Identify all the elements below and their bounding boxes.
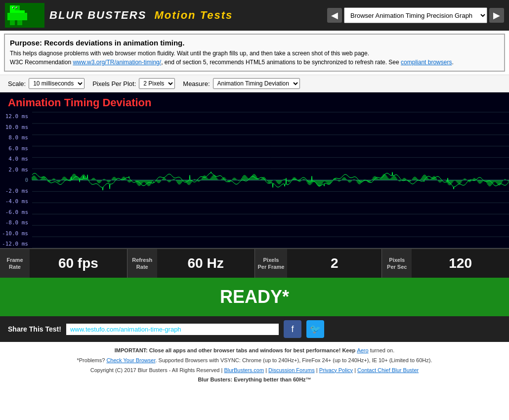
svg-rect-6 (17, 20, 22, 25)
footer: IMPORTANT: Close all apps and other brow… (0, 342, 509, 389)
purpose-line1: This helps diagnose problems with web br… (10, 50, 369, 57)
privacy-link[interactable]: Privacy Policy (319, 367, 353, 373)
site-tagline: Motion Tests (154, 9, 233, 21)
nav-next-button[interactable]: ▶ (489, 8, 504, 23)
purpose-line2-suffix: , end of section 5, recommends HTML5 ani… (161, 59, 401, 66)
scale-label: Scale: (8, 80, 26, 87)
refresh-rate-block: RefreshRate 60 Hz (127, 249, 255, 278)
svg-rect-4 (7, 13, 27, 20)
facebook-share-button[interactable]: f (284, 320, 301, 338)
share-bar: Share This Test! f 🐦 (0, 316, 509, 342)
discussion-link[interactable]: Discussion Forums (268, 367, 315, 373)
ready-button[interactable]: READY* (0, 278, 509, 316)
purpose-title: Purpose: Records deviations in animation… (10, 39, 499, 47)
measure-control: Measure: Animation Timing Deviation Fram… (183, 78, 299, 89)
svg-rect-10 (16, 7, 17, 8)
refresh-rate-label: RefreshRate (127, 249, 157, 278)
svg-rect-5 (10, 20, 15, 25)
twitter-share-button[interactable]: 🐦 (306, 320, 324, 338)
blurbusters-link[interactable]: BlurBusters.com (224, 367, 264, 373)
site-title: BLUR BUSTERS Motion Tests (49, 9, 233, 22)
waveform-canvas (0, 92, 509, 248)
contact-link[interactable]: Contact Chief Blur Buster (357, 367, 419, 373)
nav-area: ◀ Browser Animation Timing Precision Gra… (327, 7, 504, 23)
page-select[interactable]: Browser Animation Timing Precision Graph… (344, 7, 487, 23)
important-text: IMPORTANT: Close all apps and other brow… (115, 347, 357, 353)
purpose-line2-end: . (452, 59, 453, 66)
scale-select[interactable]: 10 milliseconds 5 milliseconds 20 millis… (29, 78, 85, 89)
problems-suffix: . Supported Browsers with VSYNC: Chrome … (155, 357, 432, 363)
w3c-link[interactable]: www.w3.org/TR/animation-timing/ (73, 59, 161, 66)
purpose-box: Purpose: Records deviations in animation… (4, 34, 505, 72)
purpose-text: This helps diagnose problems with web br… (10, 49, 499, 67)
frame-rate-block: FrameRate 60 fps (0, 249, 127, 278)
aero-suffix: turned on. (369, 347, 395, 353)
share-label: Share This Test! (8, 325, 61, 333)
share-url-input[interactable] (66, 324, 279, 335)
scale-control: Scale: 10 milliseconds 5 milliseconds 20… (8, 78, 85, 89)
svg-rect-9 (13, 7, 14, 8)
copyright-text: Copyright (C) 2017 Blur Busters - All Ri… (90, 367, 224, 373)
header: BLUR BUSTERS Motion Tests ◀ Browser Anim… (0, 0, 509, 31)
pixels-per-sec-label: PixelsPer Sec (382, 249, 412, 278)
stats-bar: FrameRate 60 fps RefreshRate 60 Hz Pixel… (0, 248, 509, 278)
controls-bar: Scale: 10 milliseconds 5 milliseconds 20… (0, 75, 509, 92)
graph-container: Animation Timing Deviation 12.0 ms 10.0 … (0, 92, 509, 248)
measure-select[interactable]: Animation Timing Deviation Frame Rate Bo… (213, 78, 300, 89)
logo-icon (5, 3, 44, 28)
check-browser-link[interactable]: Check Your Browser (106, 357, 155, 363)
footer-important: IMPORTANT: Close all apps and other brow… (8, 346, 501, 356)
problems-prefix: *Problems? (77, 357, 106, 363)
pixels-per-frame-block: PixelsPer Frame 2 (255, 249, 382, 278)
footer-copyright: Copyright (C) 2017 Blur Busters - All Ri… (8, 366, 501, 376)
pixels-per-sec-value: 120 (412, 255, 509, 271)
footer-tagline: Blur Busters: Everything better than 60H… (8, 375, 501, 385)
frame-rate-value: 60 fps (30, 255, 127, 271)
nav-prev-button[interactable]: ◀ (327, 8, 342, 23)
measure-label: Measure: (183, 80, 210, 87)
pixels-per-frame-value: 2 (287, 255, 382, 271)
frame-rate-label: FrameRate (0, 249, 30, 278)
pixels-per-frame-label: PixelsPer Frame (255, 249, 288, 278)
pixels-per-plot-control: Pixels Per Plot: 2 Pixels 1 Pixel 4 Pixe… (92, 78, 175, 89)
refresh-rate-value: 60 Hz (157, 255, 254, 271)
pixels-per-plot-label: Pixels Per Plot: (92, 80, 136, 87)
aero-link[interactable]: Aero (357, 347, 368, 353)
purpose-line2-prefix: W3C Recommendation (10, 59, 73, 66)
pixels-per-plot-select[interactable]: 2 Pixels 1 Pixel 4 Pixels (139, 78, 175, 89)
logo-area (5, 3, 44, 28)
footer-problems: *Problems? Check Your Browser. Supported… (8, 356, 501, 366)
pixels-per-sec-block: PixelsPer Sec 120 (382, 249, 509, 278)
compliant-browsers-link[interactable]: compliant browsers (401, 59, 452, 66)
svg-rect-3 (10, 10, 25, 13)
